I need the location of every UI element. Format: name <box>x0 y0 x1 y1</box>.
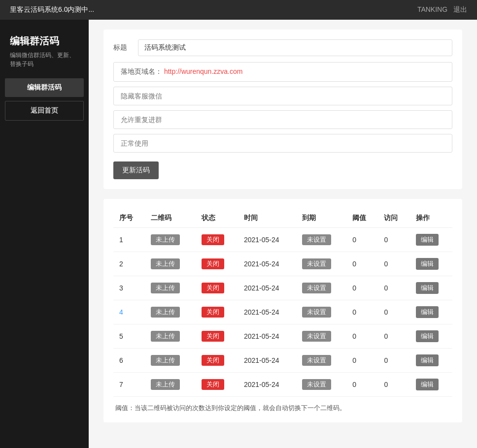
status-badge: 关闭 <box>202 307 224 318</box>
cell-action: 编辑 <box>410 300 452 324</box>
status-badge: 关闭 <box>202 258 224 269</box>
cell-threshold: 0 <box>346 252 378 276</box>
table-row: 6未上传关闭2021-05-24未设置00编辑 <box>113 349 452 373</box>
main-content: 标题 落地页域名： http://wurenqun.zzva.com 更新活码 <box>89 20 477 448</box>
cell-id: 2 <box>113 252 145 276</box>
layout: 编辑群活码 编辑微信群活码、更新、替换子码 编辑群活码 返回首页 标题 落地页域… <box>0 20 477 448</box>
cell-time: 2021-05-24 <box>238 349 296 373</box>
cell-time: 2021-05-24 <box>238 300 296 324</box>
qr-badge: 未上传 <box>151 379 180 390</box>
landing-url[interactable]: http://wurenqun.zzva.com <box>164 67 243 75</box>
cell-threshold: 0 <box>346 228 378 252</box>
topbar-user[interactable]: TANKING 退出 <box>415 5 467 14</box>
cell-qr: 未上传 <box>145 228 195 252</box>
table-col-阈值: 阈值 <box>346 209 378 228</box>
cell-threshold: 0 <box>346 324 378 349</box>
cell-time: 2021-05-24 <box>238 373 296 397</box>
cell-expire: 未设置 <box>296 228 346 252</box>
cell-expire: 未设置 <box>296 324 346 349</box>
cell-action: 编辑 <box>410 349 452 373</box>
table-col-二维码: 二维码 <box>145 209 195 228</box>
edit-row-button[interactable]: 编辑 <box>416 282 439 294</box>
table-row: 5未上传关闭2021-05-24未设置00编辑 <box>113 324 452 349</box>
cell-visits: 0 <box>378 349 409 373</box>
update-qr-button[interactable]: 更新活码 <box>113 161 159 179</box>
cell-status: 关闭 <box>196 324 238 349</box>
status-badge: 关闭 <box>202 355 224 366</box>
edit-row-button[interactable]: 编辑 <box>416 354 439 366</box>
status-input[interactable] <box>113 134 452 153</box>
cell-qr: 未上传 <box>145 324 195 349</box>
expire-badge: 未设置 <box>302 331 331 342</box>
cell-action: 编辑 <box>410 324 452 349</box>
cell-id: 5 <box>113 324 145 349</box>
allow-rejoin-input[interactable] <box>113 110 452 129</box>
edit-row-button[interactable]: 编辑 <box>416 258 439 270</box>
cell-action: 编辑 <box>410 276 452 300</box>
qr-badge: 未上传 <box>151 234 180 245</box>
cell-id: 1 <box>113 228 145 252</box>
cell-qr: 未上传 <box>145 373 195 397</box>
cell-id: 4 <box>113 300 145 324</box>
cell-expire: 未设置 <box>296 349 346 373</box>
qr-badge: 未上传 <box>151 331 180 342</box>
table-col-时间: 时间 <box>238 209 296 228</box>
table-section: 序号二维码状态时间到期阈值访问操作 1未上传关闭2021-05-24未设置00编… <box>103 199 462 422</box>
cell-status: 关闭 <box>196 349 238 373</box>
edit-row-button[interactable]: 编辑 <box>416 379 439 390</box>
expire-badge: 未设置 <box>302 283 331 293</box>
status-badge: 关闭 <box>202 234 224 245</box>
landing-page-row: 落地页域名： http://wurenqun.zzva.com <box>113 62 452 82</box>
expire-badge: 未设置 <box>302 355 331 366</box>
table-header: 序号二维码状态时间到期阈值访问操作 <box>113 209 452 228</box>
cell-action: 编辑 <box>410 252 452 276</box>
cell-time: 2021-05-24 <box>238 324 296 349</box>
qr-table: 序号二维码状态时间到期阈值访问操作 1未上传关闭2021-05-24未设置00编… <box>113 209 452 397</box>
qr-badge: 未上传 <box>151 355 180 366</box>
table-col-到期: 到期 <box>296 209 346 228</box>
edit-row-button[interactable]: 编辑 <box>416 234 439 246</box>
cell-visits: 0 <box>378 324 409 349</box>
cell-time: 2021-05-24 <box>238 276 296 300</box>
cell-expire: 未设置 <box>296 373 346 397</box>
expire-badge: 未设置 <box>302 307 331 318</box>
expire-badge: 未设置 <box>302 379 331 390</box>
table-note: 阈值：当该二维码被访问的次数达到你设定的阈值，就会自动切换下一个二维码。 <box>113 404 452 413</box>
table-row: 4未上传关闭2021-05-24未设置00编辑 <box>113 300 452 324</box>
qr-badge: 未上传 <box>151 307 180 318</box>
edit-group-qr-button[interactable]: 编辑群活码 <box>5 78 84 97</box>
cell-time: 2021-05-24 <box>238 252 296 276</box>
topbar-title: 里客云活码系统6.0内测中... <box>10 5 94 14</box>
cell-visits: 0 <box>378 300 409 324</box>
cell-id: 7 <box>113 373 145 397</box>
cell-threshold: 0 <box>346 300 378 324</box>
expire-badge: 未设置 <box>302 234 331 245</box>
form-section: 标题 落地页域名： http://wurenqun.zzva.com 更新活码 <box>103 30 462 189</box>
cell-status: 关闭 <box>196 300 238 324</box>
title-input[interactable] <box>138 39 452 56</box>
row-id-link[interactable]: 4 <box>119 308 123 316</box>
cell-status: 关闭 <box>196 276 238 300</box>
edit-row-button[interactable]: 编辑 <box>416 306 439 318</box>
cell-id: 6 <box>113 349 145 373</box>
cell-visits: 0 <box>378 228 409 252</box>
cell-action: 编辑 <box>410 373 452 397</box>
qr-badge: 未上传 <box>151 258 180 269</box>
cell-threshold: 0 <box>346 349 378 373</box>
cell-status: 关闭 <box>196 252 238 276</box>
cell-threshold: 0 <box>346 373 378 397</box>
table-col-访问: 访问 <box>378 209 409 228</box>
landing-label: 落地页域名： <box>121 67 162 75</box>
logout-label[interactable]: 退出 <box>453 5 467 13</box>
status-badge: 关闭 <box>202 379 224 390</box>
title-row: 标题 <box>113 39 452 56</box>
table-row: 7未上传关闭2021-05-24未设置00编辑 <box>113 373 452 397</box>
page-subtitle: 编辑微信群活码、更新、替换子码 <box>0 51 89 78</box>
hide-service-input[interactable] <box>113 87 452 105</box>
status-badge: 关闭 <box>202 283 224 293</box>
cell-visits: 0 <box>378 252 409 276</box>
page-title: 编辑群活码 <box>0 30 89 51</box>
home-button[interactable]: 返回首页 <box>5 101 84 121</box>
cell-time: 2021-05-24 <box>238 228 296 252</box>
edit-row-button[interactable]: 编辑 <box>416 330 439 342</box>
